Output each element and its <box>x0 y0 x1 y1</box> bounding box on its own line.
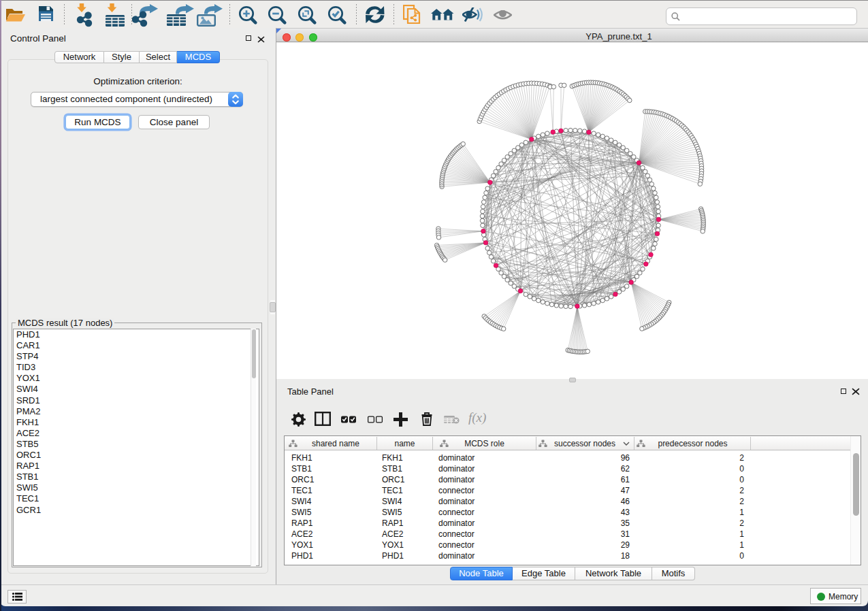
svg-text:f(x): f(x) <box>468 412 486 425</box>
